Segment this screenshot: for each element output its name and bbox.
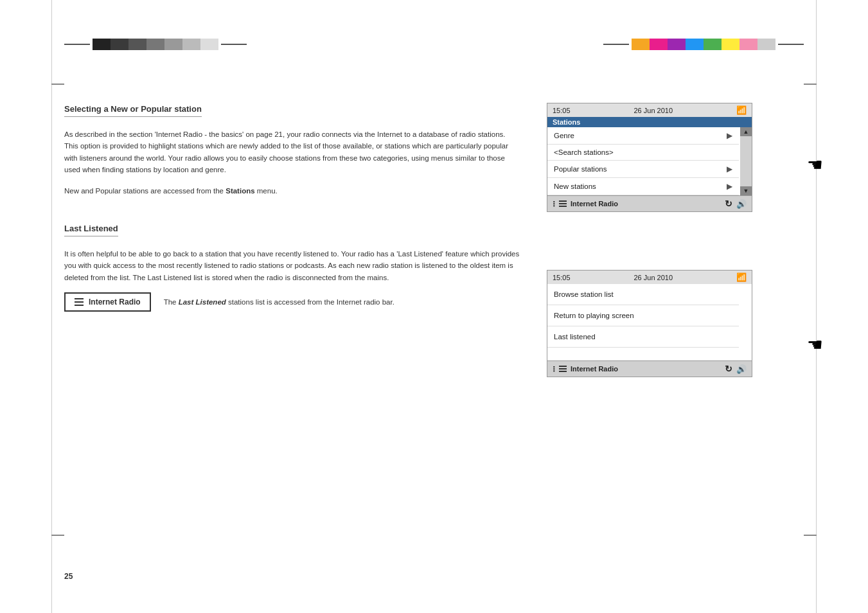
section1-body2-bold: Stations — [226, 187, 254, 195]
screen1: 15:05 26 Jun 2010 📶 Stations Genre ▶ <Se… — [547, 103, 752, 212]
section2-body2-prefix: The — [164, 298, 179, 306]
screen2-item-browse-label: Browse station list — [554, 290, 614, 298]
grid-icon-2: ⁝ — [553, 364, 555, 374]
screen1-footer: ⁝ Internet Radio ↻ 🔊 — [547, 195, 752, 211]
wifi-icon-2: 📶 — [736, 272, 747, 282]
screenshots-column: 15:05 26 Jun 2010 📶 Stations Genre ▶ <Se… — [547, 90, 804, 562]
section1-body2-prefix: New and Popular stations are accessed fr… — [64, 187, 226, 195]
section-last-listened: Last Listened It is often helpful to be … — [64, 222, 521, 319]
right-border — [816, 0, 817, 613]
screen1-header: 15:05 26 Jun 2010 📶 — [547, 103, 752, 117]
wifi-icon: 📶 — [736, 105, 747, 115]
volume-icon[interactable]: 🔊 — [736, 199, 747, 209]
internet-radio-button[interactable]: Internet Radio — [64, 292, 151, 312]
screen1-item-popular[interactable]: Popular stations ▶ — [547, 161, 739, 178]
scroll-down-btn[interactable]: ▼ — [740, 186, 752, 195]
screen2-item-last-label: Last listened — [554, 333, 596, 341]
tick-top-left — [51, 84, 64, 85]
screen1-container: 15:05 26 Jun 2010 📶 Stations Genre ▶ <Se… — [547, 103, 804, 212]
internet-radio-label: Internet Radio — [89, 298, 141, 306]
arrow-right-icon: ▶ — [727, 131, 732, 140]
section2-body2-bold: Last Listened — [179, 298, 226, 306]
screen1-title-text: Stations — [553, 118, 580, 126]
menu-lines-icon — [75, 298, 84, 306]
volume-icon-2[interactable]: 🔊 — [736, 364, 747, 374]
screen2-item-last[interactable]: Last listened — [547, 326, 739, 348]
section2-body2-suffix: stations list is accessed from the Inter… — [226, 298, 394, 306]
page-number: 25 — [64, 572, 73, 581]
hand-pointer-1: ☛ — [807, 154, 823, 175]
hand-pointer-2: ☛ — [807, 334, 823, 355]
screen1-item-new[interactable]: New stations ▶ — [547, 178, 739, 195]
scrollbar: ▲ ▼ — [740, 127, 752, 195]
tick-top-right — [804, 84, 817, 85]
screen2-item-return-label: Return to playing screen — [554, 312, 634, 319]
tick-bottom-right — [804, 535, 817, 536]
screen2-time: 15:05 — [553, 274, 571, 281]
back-icon-2[interactable]: ↻ — [725, 364, 732, 374]
screen1-item-search[interactable]: <Search stations> — [547, 145, 739, 161]
tick-bottom-left — [51, 535, 64, 536]
grid-icon: ⁝ — [553, 199, 555, 209]
screen2-date: 26 Jun 2010 — [633, 274, 673, 281]
screen1-item-search-label: <Search stations> — [554, 148, 614, 156]
screen2-item-return[interactable]: Return to playing screen — [547, 305, 739, 326]
color-bar-left — [64, 39, 247, 50]
main-content: Selecting a New or Popular station As de… — [64, 90, 804, 562]
footer-menu-icon — [559, 200, 567, 207]
left-border — [51, 0, 52, 613]
section1-body2: New and Popular stations are accessed fr… — [64, 185, 521, 197]
screen2-footer-label: Internet Radio — [571, 365, 618, 373]
screen2-item-browse[interactable]: Browse station list — [547, 284, 739, 305]
color-bar-right — [603, 39, 804, 50]
screen2-footer: ⁝ Internet Radio ↻ 🔊 — [547, 360, 752, 377]
section2-body1: It is often helpful to be able to go bac… — [64, 248, 521, 283]
screen2: 15:05 26 Jun 2010 📶 Browse station list … — [547, 270, 752, 377]
screen2-item-empty — [547, 348, 739, 360]
screen1-item-popular-label: Popular stations — [554, 165, 607, 173]
section1-body1: As described in the section 'Internet Ra… — [64, 129, 521, 176]
section-new-popular: Selecting a New or Popular station As de… — [64, 103, 521, 197]
screen1-footer-label: Internet Radio — [571, 200, 618, 208]
text-column: Selecting a New or Popular station As de… — [64, 90, 547, 562]
section1-heading: Selecting a New or Popular station — [64, 104, 202, 117]
arrow-right-icon2: ▶ — [727, 164, 732, 173]
screen1-time: 15:05 — [553, 107, 571, 114]
screen1-item-genre-label: Genre — [554, 132, 574, 139]
section1-body2-suffix: menu. — [255, 187, 278, 195]
section2-heading: Last Listened — [64, 224, 118, 236]
screen2-header: 15:05 26 Jun 2010 📶 — [547, 271, 752, 284]
screen1-item-new-label: New stations — [554, 182, 596, 190]
section2-body2: The Last Listened stations list is acces… — [164, 296, 521, 308]
footer-menu-icon-2 — [559, 366, 567, 372]
arrow-right-icon3: ▶ — [727, 182, 732, 191]
screen1-item-genre[interactable]: Genre ▶ — [547, 127, 739, 145]
screen2-container: 15:05 26 Jun 2010 📶 Browse station list … — [547, 270, 804, 377]
screen1-date: 26 Jun 2010 — [633, 107, 673, 114]
back-icon[interactable]: ↻ — [725, 199, 732, 209]
screen1-title: Stations — [547, 117, 752, 127]
scroll-up-btn[interactable]: ▲ — [740, 127, 752, 136]
